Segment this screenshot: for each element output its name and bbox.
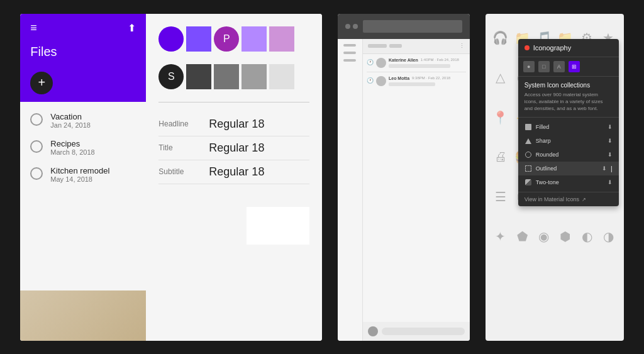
type-value: Regular 18 xyxy=(209,118,264,131)
option-sharp[interactable]: Sharp ⬇ xyxy=(518,134,619,148)
avatar xyxy=(376,58,386,68)
fab-button[interactable]: + xyxy=(30,72,53,94)
message-header: Katerine Allen 1:40PM · Feb 24, 2018 xyxy=(389,58,466,62)
email-left-nav xyxy=(338,39,363,341)
messages-area: 🕐 Katerine Allen 1:40PM · Feb 24, 2018 🕐 xyxy=(363,54,470,322)
option-rounded[interactable]: Rounded ⬇ xyxy=(518,148,619,162)
list-item[interactable]: Kitchen remodel May 14, 2018 xyxy=(20,161,146,188)
option-outlined[interactable]: Outlined ⬇ | xyxy=(518,162,619,175)
left-panel: ≡ ⬆ Files + Vacation Jan 24, 2018 Recipe… xyxy=(20,14,322,341)
download-icon[interactable]: ⬇ xyxy=(608,152,613,158)
hamburger-icon[interactable]: ≡ xyxy=(30,21,37,35)
email-header xyxy=(338,14,470,39)
file-icon xyxy=(30,113,43,126)
message-preview xyxy=(389,82,435,86)
tab-dot[interactable]: ● xyxy=(523,61,535,72)
files-header-top: ≡ ⬆ xyxy=(30,21,136,35)
list-item[interactable]: Recipes March 8, 2018 xyxy=(20,134,146,161)
message-content: Katerine Allen 1:40PM · Feb 24, 2018 xyxy=(389,58,466,68)
nav-icon xyxy=(343,44,356,47)
two-tone-icon xyxy=(525,179,532,186)
file-thumbnail xyxy=(20,290,146,341)
window-dot xyxy=(345,24,350,29)
file-info: Vacation Jan 24, 2018 xyxy=(50,112,91,129)
tab-square[interactable]: □ xyxy=(538,61,550,72)
card-desc-text: Access over 900 material system icons, a… xyxy=(525,91,613,113)
iconography-card: Iconography ● □ A ⊞ System Icon collecti… xyxy=(518,39,619,207)
compose-bar-block xyxy=(368,44,387,48)
compose-input[interactable] xyxy=(382,328,465,335)
file-date: May 14, 2018 xyxy=(50,175,109,183)
option-filled[interactable]: Filled ⬇ xyxy=(518,120,619,134)
download-icon[interactable]: ⬇ xyxy=(608,138,613,144)
option-label: Sharp xyxy=(536,138,604,144)
list-item[interactable]: Vacation Jan 24, 2018 xyxy=(20,107,146,134)
download-icon[interactable]: ⬇ xyxy=(608,124,613,130)
color-p-circle: P xyxy=(214,26,239,52)
file-date: Jan 24, 2018 xyxy=(50,121,91,129)
color-row-primary: P xyxy=(158,26,309,52)
file-info: Kitchen remodel May 14, 2018 xyxy=(50,166,109,183)
sender-name: Leo Motta xyxy=(389,76,409,80)
outlined-icon xyxy=(525,165,532,172)
bg-icon: 📍 xyxy=(491,98,511,136)
sender-name: Katerine Allen xyxy=(389,58,418,62)
download-icon[interactable]: ⬇ xyxy=(608,179,613,185)
message-item[interactable]: 🕐 Leo Motta 9:38PM · Feb 22, 2018 xyxy=(367,76,466,86)
cursor-indicator: | xyxy=(611,165,613,172)
typography-title: Title Regular 18 xyxy=(158,136,309,160)
bg-icon: ◑ xyxy=(598,218,618,256)
files-header: ≡ ⬆ Files + xyxy=(20,14,146,102)
view-material-icons-link[interactable]: View in Material Icons ↗ xyxy=(518,192,619,206)
external-link-icon: ↗ xyxy=(582,197,586,202)
bg-icon: 🎧 xyxy=(491,19,511,57)
type-value: Regular 18 xyxy=(209,165,264,179)
color-row-secondary: S xyxy=(158,64,309,89)
color-swatch-primary-dark xyxy=(158,26,184,52)
message-item[interactable]: 🕐 Katerine Allen 1:40PM · Feb 24, 2018 xyxy=(367,58,466,68)
card-options: Filled ⬇ Sharp ⬇ Rounded ⬇ xyxy=(518,118,619,192)
message-preview xyxy=(389,64,450,68)
typography-headline: Headline Regular 18 xyxy=(158,113,309,136)
color-swatch-dark xyxy=(186,64,211,89)
email-search-bar[interactable] xyxy=(363,20,462,33)
bg-icon: ⬢ xyxy=(555,218,575,256)
share-icon[interactable]: ⬆ xyxy=(128,22,136,34)
message-time: 1:40PM · Feb 24, 2018 xyxy=(421,58,459,62)
type-label: Title xyxy=(158,143,209,152)
divider xyxy=(367,72,466,72)
option-label: Filled xyxy=(536,124,604,130)
nav-icon xyxy=(343,52,356,54)
compose-bar: ⋮ xyxy=(363,39,470,54)
clock-icon: 🕐 xyxy=(367,59,374,65)
tab-grid[interactable]: ⊞ xyxy=(569,61,580,72)
card-tabs[interactable]: ● □ A ⊞ xyxy=(518,57,619,77)
message-time: 9:38PM · Feb 22, 2018 xyxy=(412,76,450,80)
color-swatch-primary-light xyxy=(242,26,267,52)
bg-icon: ⬟ xyxy=(512,218,532,256)
middle-panel: ⋮ 🕐 Katerine Allen 1:40PM · Feb 24, 2018 xyxy=(338,14,470,341)
file-name: Vacation xyxy=(50,112,91,121)
color-swatch-primary xyxy=(186,26,211,52)
type-value: Regular 18 xyxy=(209,141,264,155)
option-two-tone[interactable]: Two-tone ⬇ xyxy=(518,175,619,189)
typography-section: Headline Regular 18 Title Regular 18 Sub… xyxy=(158,102,309,245)
color-swatch-medium xyxy=(214,64,239,89)
link-text: View in Material Icons xyxy=(525,196,579,202)
more-icon[interactable]: ⋮ xyxy=(459,43,465,49)
card-red-dot xyxy=(525,45,530,50)
bg-icon: ✦ xyxy=(491,218,511,256)
type-label: Subtitle xyxy=(158,167,209,176)
message-header: Leo Motta 9:38PM · Feb 22, 2018 xyxy=(389,76,466,80)
compose-icon[interactable] xyxy=(368,326,378,336)
bg-icon: 🖨 xyxy=(491,138,511,176)
color-swatch-light xyxy=(269,64,294,89)
color-s-circle: S xyxy=(158,64,184,89)
download-icon[interactable]: ⬇ xyxy=(602,165,607,172)
compose-bar-block xyxy=(389,44,402,48)
option-label: Rounded xyxy=(536,152,604,158)
color-swatch-primary-lighter xyxy=(269,26,294,52)
tab-text[interactable]: A xyxy=(553,61,565,72)
sharp-triangle-icon xyxy=(525,138,531,144)
clock-icon: 🕐 xyxy=(367,77,374,84)
